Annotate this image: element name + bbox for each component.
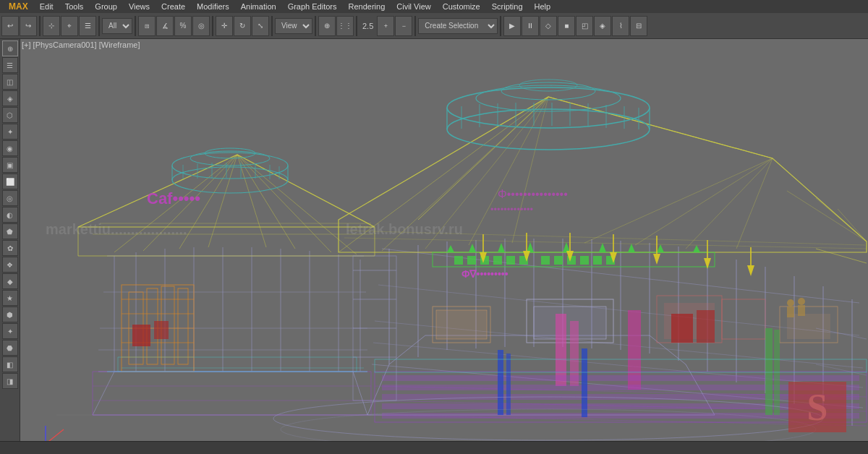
snap-toggle-button[interactable]: ⧆ (138, 16, 156, 36)
move-button[interactable]: ✛ (216, 16, 233, 36)
dope-sheet-button[interactable]: ⊟ (630, 16, 647, 36)
svg-text:Φ∇•••••••••: Φ∇••••••••• (461, 268, 509, 280)
curve-editor-button[interactable]: ⌇ (612, 16, 629, 36)
sidebar-motion-icon[interactable]: ◈ (2, 90, 18, 106)
menu-scripting[interactable]: Scripting (486, 0, 529, 13)
zoom-in-button[interactable]: + (377, 16, 394, 36)
sidebar-icon-10[interactable]: ◎ (2, 190, 18, 206)
snap-percent-button[interactable]: % (174, 16, 192, 36)
svg-text:Caf•••••: Caf••••• (147, 189, 200, 207)
svg-rect-56 (132, 325, 150, 346)
menu-edit[interactable]: Edit (34, 0, 59, 13)
statusbar (0, 441, 868, 454)
sidebar-hierarchy-icon[interactable]: ◫ (2, 74, 18, 90)
sidebar-display-icon[interactable]: ⬡ (2, 107, 18, 123)
sidebar-icon-20[interactable]: ◧ (2, 356, 18, 372)
scale-button[interactable]: ⤡ (252, 16, 269, 36)
menu-tools[interactable]: Tools (59, 0, 90, 13)
menubar: MAX Edit Tools Group Views Create Modifi… (0, 0, 868, 13)
pivot-button[interactable]: ⊕ (318, 16, 336, 36)
select-region-button[interactable]: ⌖ (61, 16, 78, 36)
svg-rect-142 (593, 256, 602, 265)
sidebar-modify-icon[interactable]: ☰ (2, 57, 18, 73)
menu-civil-view[interactable]: Civil View (391, 0, 436, 13)
svg-rect-180 (382, 413, 859, 419)
menu-group[interactable]: Group (89, 0, 123, 13)
select-button[interactable]: ⊹ (43, 16, 60, 36)
svg-rect-176 (382, 375, 859, 381)
undo-button[interactable]: ↩ (1, 16, 19, 36)
svg-rect-170 (671, 314, 693, 343)
sidebar-icon-9[interactable]: ⬜ (2, 174, 18, 189)
svg-rect-171 (697, 310, 715, 343)
sidebar-utilities-icon[interactable]: ✦ (2, 124, 18, 140)
toolbar-sep-8 (414, 16, 416, 36)
snap-spinner-button[interactable]: ◎ (192, 16, 210, 36)
toolbar: ↩ ↪ ⊹ ⌖ ☰ All ⧆ ∡ % ◎ ✛ ↻ ⤡ View ⊕ ⋮⋮ 2.… (0, 13, 868, 39)
sidebar-icon-16[interactable]: ★ (2, 290, 18, 306)
sidebar-icon-13[interactable]: ✿ (2, 240, 18, 256)
rotate-button[interactable]: ↻ (234, 16, 251, 36)
toolbar-sep-6 (315, 16, 316, 36)
sidebar-icon-7[interactable]: ◉ (2, 140, 18, 156)
svg-rect-183 (582, 348, 587, 417)
material-editor-button[interactable]: ◈ (594, 16, 611, 36)
select-by-name-button[interactable]: ☰ (79, 16, 96, 36)
svg-text:Φ•••••••••••••••: Φ••••••••••••••• (498, 188, 568, 200)
viewport[interactable]: Φ∇••••••••• markettiu...................… (20, 39, 868, 454)
sidebar-icon-8[interactable]: ▣ (2, 157, 18, 173)
sidebar-icon-17[interactable]: ⬢ (2, 307, 18, 322)
left-sidebar: ⊕ ☰ ◫ ◈ ⬡ ✦ ◉ ▣ ⬜ ◎ ◐ ⬟ ✿ ❖ ◆ ★ ⬢ ✦ ⬣ ◧ … (0, 39, 20, 454)
zoom-value: 2.5 (359, 22, 376, 30)
menu-help[interactable]: Help (529, 0, 557, 13)
sidebar-create-icon[interactable]: ⊕ (2, 40, 18, 56)
sidebar-icon-18[interactable]: ✦ (2, 323, 18, 339)
svg-rect-138 (541, 256, 550, 265)
menu-customize[interactable]: Customize (437, 0, 486, 13)
svg-rect-181 (498, 350, 503, 415)
menu-modifiers[interactable]: Modifiers (191, 0, 235, 13)
sidebar-icon-12[interactable]: ⬟ (2, 223, 18, 239)
render-button[interactable]: ■ (558, 16, 575, 36)
svg-text:markettiu...................: markettiu................... (46, 221, 187, 237)
svg-point-200 (798, 298, 805, 305)
sidebar-icon-19[interactable]: ⬣ (2, 340, 18, 356)
sidebar-icon-11[interactable]: ◐ (2, 207, 18, 223)
app-brand: MAX (3, 1, 34, 12)
svg-rect-179 (382, 403, 859, 409)
svg-rect-135 (493, 256, 502, 265)
toolbar-sep-7 (356, 16, 357, 36)
play-button[interactable]: ▶ (503, 16, 521, 36)
svg-rect-177 (382, 385, 859, 390)
create-selection-dropdown[interactable]: Create Selection (418, 18, 498, 34)
view-dropdown[interactable]: View (275, 18, 312, 34)
zoom-out-button[interactable]: − (395, 16, 412, 36)
svg-text:•••••••••••••: ••••••••••••• (490, 204, 534, 215)
filter-dropdown[interactable]: All (102, 18, 132, 34)
timeline-button[interactable]: ⏸ (522, 16, 539, 36)
svg-text:letrak.bonusrv.ru: letrak.bonusrv.ru (346, 221, 463, 237)
redo-button[interactable]: ↪ (20, 16, 37, 36)
sidebar-icon-15[interactable]: ◆ (2, 273, 18, 289)
svg-rect-199 (787, 307, 794, 317)
menu-animation[interactable]: Animation (235, 0, 282, 13)
keyframe-button[interactable]: ◇ (540, 16, 557, 36)
svg-rect-166 (787, 314, 830, 339)
svg-rect-133 (467, 256, 476, 265)
render-setup-button[interactable]: ◰ (576, 16, 593, 36)
toolbar-sep-3 (135, 16, 136, 36)
menu-views[interactable]: Views (123, 0, 156, 13)
menu-graph-editors[interactable]: Graph Editors (282, 0, 343, 13)
align-button[interactable]: ⋮⋮ (336, 16, 354, 36)
svg-rect-184 (765, 328, 773, 415)
snap-angle-button[interactable]: ∡ (156, 16, 174, 36)
svg-rect-159 (436, 310, 487, 339)
menu-rendering[interactable]: Rendering (343, 0, 391, 13)
sidebar-icon-21[interactable]: ◨ (2, 373, 18, 389)
svg-rect-132 (454, 256, 463, 265)
svg-rect-178 (382, 394, 859, 400)
toolbar-sep-5 (271, 16, 273, 36)
svg-rect-136 (506, 256, 515, 265)
menu-create[interactable]: Create (156, 0, 191, 13)
sidebar-icon-14[interactable]: ❖ (2, 257, 18, 273)
